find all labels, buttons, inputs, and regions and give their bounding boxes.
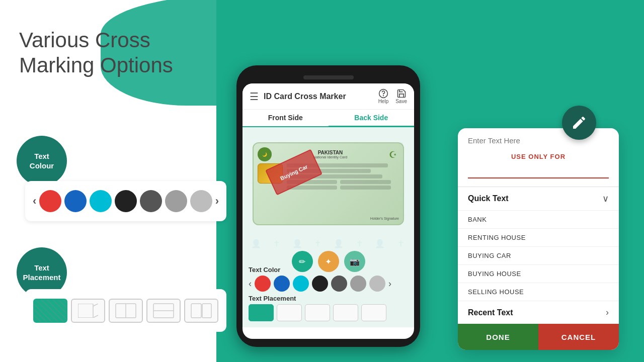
mini-placement-3[interactable] [305, 304, 330, 321]
quick-text-item-bank[interactable]: BANK [458, 211, 619, 229]
mini-dot-blue[interactable] [274, 276, 290, 292]
quick-text-item-buying-house[interactable]: BUYING HOUSE [458, 265, 619, 283]
quick-text-section: Quick Text ∨ BANK RENTING HOUSE BUYING C… [458, 187, 619, 324]
colour-dot-cyan[interactable] [90, 190, 112, 212]
mini-placement-1[interactable] [249, 304, 274, 321]
dialog-text-input[interactable] [468, 164, 609, 178]
colour-dot-blue[interactable] [64, 190, 87, 212]
id-signature: Holder's Signature [258, 217, 399, 220]
notch-bar [303, 75, 354, 79]
svg-line-1 [93, 315, 98, 318]
tab-back[interactable]: Back Side [329, 110, 415, 127]
mini-dot-black[interactable] [312, 276, 328, 292]
recent-text-title: Recent Text [468, 308, 513, 317]
id-card-area: ✝👤✝👤✝👤✝👤 👤✝👤✝👤✝👤✝ ✝👤✝👤✝👤✝👤 👤✝👤✝👤✝👤✝ Buyi… [243, 127, 414, 327]
id-card-header: 🌙 PAKISTAN National Identity Card ☪ [258, 147, 399, 161]
placement-icon-2[interactable] [71, 299, 105, 323]
phone-mock: ☰ ID Card Cross Marker Help [236, 65, 420, 347]
app-icons: Help Save [378, 88, 407, 104]
text-colour-circle: TextColour [17, 136, 67, 186]
mini-placement-4[interactable] [333, 304, 358, 321]
external-edit-fab[interactable] [562, 106, 596, 140]
mini-dot-lightgray[interactable] [369, 276, 385, 292]
heading-line2: Marking Options [19, 53, 173, 78]
svg-rect-8 [202, 304, 211, 318]
phone-screen: ☰ ID Card Cross Marker Help [243, 83, 414, 339]
colour-dot-gray[interactable] [165, 190, 187, 212]
tab-front[interactable]: Front Side [243, 110, 329, 126]
mini-colour-next[interactable]: › [388, 279, 391, 289]
dialog-input-area [458, 162, 619, 187]
quick-text-header[interactable]: Quick Text ∨ [458, 187, 619, 211]
heading-line1: Various Cross [19, 28, 173, 53]
colour-dot-lightgray[interactable] [190, 190, 212, 212]
svg-rect-2 [78, 304, 93, 318]
help-button[interactable]: Help [378, 88, 389, 104]
colour-dot-black[interactable] [115, 190, 137, 212]
main-heading: Various Cross Marking Options [19, 28, 173, 78]
mini-dot-red[interactable] [255, 276, 271, 292]
dialog-placeholder: Enter Text Here [468, 136, 520, 145]
svg-line-0 [93, 304, 98, 306]
pk-emblem: 🌙 [258, 147, 272, 161]
phone-notch [243, 75, 414, 79]
save-label: Save [395, 99, 407, 104]
colour-strip: ‹ › [25, 181, 226, 221]
mini-dot-darkgray[interactable] [331, 276, 347, 292]
mini-placement-strip [249, 304, 408, 321]
id-card: Buying Car 🌙 PAKISTAN National Identity … [253, 142, 404, 225]
colour-dot-darkgray[interactable] [140, 190, 162, 212]
colour-next-button[interactable]: › [215, 195, 219, 208]
quick-text-item-selling-house[interactable]: SELLING HOUSE [458, 283, 619, 301]
cancel-button[interactable]: CANCEL [538, 324, 619, 350]
recent-text-chevron: › [606, 307, 609, 318]
placement-icon-3[interactable] [109, 299, 143, 323]
placement-strip [25, 289, 226, 332]
recent-text-header[interactable]: Recent Text › [458, 301, 619, 324]
text-colour-label: TextColour [30, 151, 54, 171]
mini-dot-cyan[interactable] [293, 276, 309, 292]
dialog-subtitle: USE ONLY FOR [458, 149, 619, 162]
dialog-header: Enter Text Here [458, 128, 619, 149]
tabs-row: Front Side Back Side [243, 110, 414, 127]
placement-icon-4[interactable] [146, 299, 181, 323]
hamburger-icon[interactable]: ☰ [250, 90, 259, 103]
colour-dot-red[interactable] [39, 190, 61, 212]
dialog-buttons: DONE CANCEL [458, 324, 619, 350]
placement-icon-1[interactable] [33, 299, 67, 323]
placement-icon-5[interactable] [184, 299, 218, 323]
phone-bottom: Text Color ‹ › Text Placement [249, 266, 408, 321]
svg-point-10 [383, 96, 383, 96]
quick-text-item-renting[interactable]: RENTING HOUSE [458, 229, 619, 247]
colour-prev-button[interactable]: ‹ [33, 195, 36, 208]
mini-placement-5[interactable] [361, 304, 386, 321]
quick-text-title: Quick Text [468, 194, 509, 203]
done-button[interactable]: DONE [458, 324, 538, 350]
text-placement-label: TextPlacement [23, 263, 60, 283]
mini-placement-2[interactable] [277, 304, 302, 321]
phone-color-label: Text Color [249, 266, 408, 274]
mini-dot-gray[interactable] [350, 276, 366, 292]
quick-text-item-buying-car[interactable]: BUYING CAR [458, 247, 619, 265]
svg-rect-7 [191, 304, 201, 318]
save-button[interactable]: Save [395, 88, 407, 104]
mini-colour-prev[interactable]: ‹ [249, 279, 252, 289]
dialog-panel: Enter Text Here USE ONLY FOR Quick Text … [458, 128, 619, 350]
crescent-icon: ☪ [389, 149, 399, 159]
app-bar: ☰ ID Card Cross Marker Help [243, 83, 414, 110]
phone-placement-label: Text Placement [249, 295, 408, 302]
app-title: ID Card Cross Marker [264, 92, 378, 101]
mini-colour-strip: ‹ › [249, 276, 408, 292]
id-card-country: PAKISTAN [313, 150, 347, 155]
id-card-subtitle: National Identity Card [313, 155, 347, 159]
quick-text-chevron: ∨ [602, 193, 609, 204]
help-label: Help [378, 99, 389, 104]
